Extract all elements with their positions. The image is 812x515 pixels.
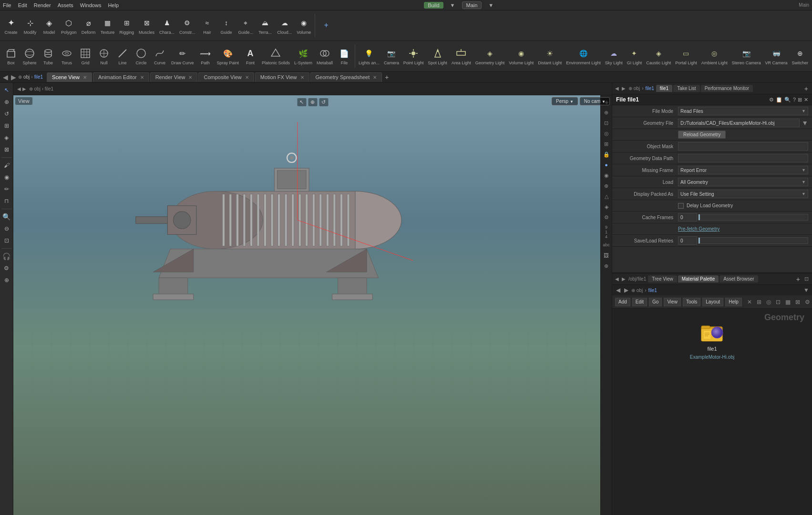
- save-retries-slider[interactable]: [698, 237, 808, 244]
- tool-lights-an[interactable]: 💡 Lights an...: [357, 46, 381, 66]
- tool-distant-light[interactable]: ☀ Distant Light: [536, 46, 564, 66]
- tool-guide[interactable]: ↕ Guide: [217, 15, 236, 36]
- tab-motion-fx[interactable]: Motion FX View ✕: [255, 72, 309, 82]
- sg-tb-icon1[interactable]: ✕: [746, 299, 753, 305]
- vp-icon-4[interactable]: ◎: [602, 129, 611, 138]
- props-gear-icon[interactable]: ⚙: [769, 97, 774, 103]
- tool-gi-light[interactable]: ✦ GI Light: [625, 46, 644, 66]
- tool-spray-paint[interactable]: 🎨 Spray Paint: [215, 46, 240, 66]
- sg-tb-icon6[interactable]: ⊠: [794, 299, 802, 305]
- cache-frames-slider[interactable]: [698, 214, 808, 221]
- tool-font[interactable]: A Font: [241, 46, 259, 66]
- vp-icon-7[interactable]: ●: [602, 160, 611, 170]
- tool-lsystem[interactable]: 🌿 L-System: [292, 46, 314, 66]
- sg-tab-asset-browser[interactable]: Asset Browser: [719, 275, 758, 283]
- tab-mfx-close[interactable]: ✕: [300, 75, 304, 80]
- tool-platonic[interactable]: Platonic Solids: [260, 46, 292, 66]
- tab-render-view[interactable]: Render View ✕: [150, 72, 198, 82]
- tool-circle[interactable]: Circle: [132, 46, 150, 66]
- viewport[interactable]: View Persp ▼ No cam ▼ ↖ ⊕ ↺: [13, 95, 612, 515]
- tab-comp-close[interactable]: ✕: [245, 75, 249, 80]
- geometry-file-browse[interactable]: ▼: [802, 119, 808, 127]
- sg-prev[interactable]: ◀: [614, 276, 620, 282]
- sg-collapse[interactable]: ⊡: [803, 276, 810, 282]
- tool-line[interactable]: Line: [113, 46, 132, 66]
- geometry-file-input[interactable]: [678, 119, 800, 127]
- tool-terra[interactable]: ⛰ Terra...: [256, 15, 274, 36]
- vp-icon-img[interactable]: 🖼: [602, 251, 611, 260]
- tool-add[interactable]: +: [317, 18, 335, 33]
- sg-tab-material[interactable]: Material Palette: [678, 275, 719, 283]
- tool-deform[interactable]: ⌀ Deform: [80, 15, 98, 36]
- tab-geo-close[interactable]: ✕: [373, 75, 377, 80]
- menu-edit[interactable]: Edit: [18, 2, 27, 8]
- tool-chara[interactable]: ♟ Chara...: [157, 15, 176, 36]
- sg-back[interactable]: ◀: [615, 287, 621, 293]
- left-tool-sculpt[interactable]: ◉: [1, 172, 12, 182]
- tool-tube[interactable]: Tube: [39, 46, 57, 66]
- props-close-icon[interactable]: ✕: [804, 97, 808, 103]
- sg-tb-icon3[interactable]: ◎: [765, 299, 772, 305]
- tab-anim-close[interactable]: ✕: [140, 75, 144, 80]
- left-tool-settings[interactable]: ⚙: [1, 263, 12, 273]
- menu-assets[interactable]: Assets: [58, 2, 73, 8]
- tab-composite-view[interactable]: Composite View ✕: [198, 72, 254, 82]
- menu-file[interactable]: File: [3, 2, 11, 8]
- tab-add-button[interactable]: +: [383, 73, 391, 81]
- tool-point-light[interactable]: Point Light: [401, 46, 425, 66]
- left-tool-rotate[interactable]: ↺: [1, 109, 12, 119]
- vp-icon-10[interactable]: △: [602, 192, 611, 201]
- sg-tools-btn[interactable]: Tools: [683, 298, 700, 306]
- reload-geometry-button[interactable]: Reload Geometry: [678, 131, 726, 139]
- tool-sphere[interactable]: Sphere: [21, 46, 39, 66]
- tab-next-arrow[interactable]: ▶: [10, 73, 17, 81]
- sg-next[interactable]: ▶: [621, 276, 627, 282]
- sg-edit-btn[interactable]: Edit: [632, 298, 647, 306]
- sg-go-btn[interactable]: Go: [649, 298, 662, 306]
- tool-model[interactable]: ◈ Model: [40, 15, 58, 36]
- tool-muscles[interactable]: ⊠ Muscles: [137, 15, 156, 36]
- tool-vr-cam[interactable]: 🥽 VR Camera: [763, 46, 790, 66]
- sg-view-btn[interactable]: View: [664, 298, 681, 306]
- tool-file[interactable]: 📄 File: [335, 46, 353, 66]
- left-tool-scale[interactable]: ⊞: [1, 121, 12, 131]
- tool-create[interactable]: ✦ Create: [2, 15, 20, 36]
- left-tool-frame[interactable]: ⊡: [1, 235, 12, 246]
- tool-box[interactable]: Box: [2, 46, 20, 66]
- sg-tb-icon4[interactable]: ⊡: [774, 299, 782, 305]
- tool-caustic-light[interactable]: ◈ Caustic Light: [644, 46, 673, 66]
- delay-load-checkbox[interactable]: [678, 203, 684, 209]
- tool-curve[interactable]: Curve: [151, 46, 169, 66]
- tool-torus[interactable]: Torus: [58, 46, 76, 66]
- sg-help-btn[interactable]: Help: [725, 298, 742, 306]
- tool-sky-light[interactable]: ☁ Sky Light: [603, 46, 625, 66]
- tool-grid[interactable]: Grid: [76, 46, 94, 66]
- vp-icon-8[interactable]: ◉: [602, 171, 611, 180]
- sg-tb-icon2[interactable]: ⊞: [755, 299, 763, 305]
- left-tool-loop[interactable]: ⊓: [1, 196, 12, 206]
- file-node[interactable]: file1 ExampleMotor-Hi.obj: [690, 322, 734, 360]
- left-tool-edit[interactable]: ✏: [1, 184, 12, 194]
- props-expand-icon[interactable]: ⊞: [798, 97, 802, 103]
- tab-scene-view-close[interactable]: ✕: [83, 75, 87, 80]
- tool-null[interactable]: Null: [95, 46, 113, 66]
- left-tool-paint[interactable]: 🖌: [1, 160, 12, 171]
- load-dropdown[interactable]: All Geometry ▼: [678, 178, 808, 186]
- vp-icon-9[interactable]: ⊕: [602, 181, 611, 191]
- sg-tb-icon5[interactable]: ▦: [784, 299, 792, 305]
- tool-metaball[interactable]: Metaball: [315, 46, 335, 66]
- tool-ambient-light[interactable]: ◎ Ambient Light: [699, 46, 730, 66]
- dropdown-arrow[interactable]: ▼: [450, 2, 455, 8]
- cam-button[interactable]: No cam ▼: [580, 97, 610, 105]
- vp-icon-12[interactable]: ⚙: [602, 212, 611, 222]
- left-tool-select[interactable]: ↖: [1, 85, 12, 95]
- tool-guide2[interactable]: ⌖ Guide...: [236, 15, 256, 36]
- file-mode-dropdown[interactable]: Read Files ▼: [678, 107, 808, 115]
- tab-geometry-spreadsheet[interactable]: Geometry Spreadsheet ✕: [310, 72, 382, 82]
- props-help-icon[interactable]: ?: [793, 97, 796, 103]
- tool-area-light[interactable]: Area Light: [450, 46, 473, 66]
- sg-add-btn[interactable]: Add: [615, 298, 630, 306]
- left-tool-transform[interactable]: ⊕: [1, 97, 12, 107]
- tool-geometry-light[interactable]: ◈ Geometry Light: [473, 46, 506, 66]
- menu-help[interactable]: Help: [108, 2, 119, 8]
